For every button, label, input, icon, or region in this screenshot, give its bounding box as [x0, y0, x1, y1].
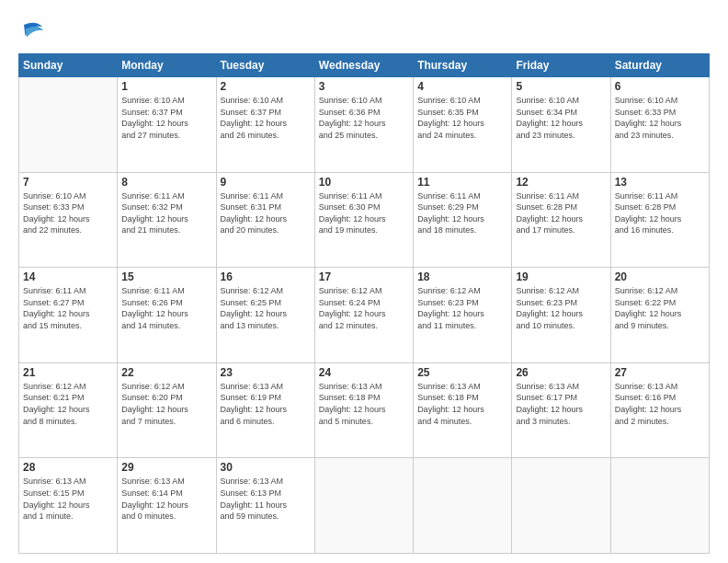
calendar-cell: 21Sunrise: 6:12 AM Sunset: 6:21 PM Dayli…: [19, 362, 118, 458]
day-number: 5: [516, 80, 606, 93]
day-number: 22: [121, 366, 211, 379]
day-number: 1: [121, 80, 211, 93]
calendar-cell: 13Sunrise: 6:11 AM Sunset: 6:28 PM Dayli…: [610, 172, 709, 268]
day-number: 23: [221, 366, 311, 379]
day-info: Sunrise: 6:12 AM Sunset: 6:22 PM Dayligh…: [615, 285, 705, 331]
header-row: SundayMondayTuesdayWednesdayThursdayFrid…: [19, 54, 710, 77]
calendar-cell: 30Sunrise: 6:13 AM Sunset: 6:13 PM Dayli…: [216, 458, 314, 554]
week-row-2: 7Sunrise: 6:10 AM Sunset: 6:33 PM Daylig…: [19, 172, 710, 268]
calendar-cell: 25Sunrise: 6:13 AM Sunset: 6:18 PM Dayli…: [414, 362, 512, 458]
day-number: 2: [221, 80, 311, 93]
day-number: 3: [319, 80, 409, 93]
calendar-cell: 24Sunrise: 6:13 AM Sunset: 6:18 PM Dayli…: [314, 362, 413, 458]
day-number: 17: [319, 270, 409, 283]
logo-icon: [18, 17, 46, 44]
day-number: 13: [615, 176, 705, 189]
calendar-cell: 3Sunrise: 6:10 AM Sunset: 6:36 PM Daylig…: [314, 77, 413, 173]
day-number: 11: [417, 176, 507, 189]
calendar-cell: 28Sunrise: 6:13 AM Sunset: 6:15 PM Dayli…: [19, 458, 118, 554]
page: SundayMondayTuesdayWednesdayThursdayFrid…: [0, 0, 728, 563]
day-info: Sunrise: 6:11 AM Sunset: 6:29 PM Dayligh…: [417, 190, 507, 236]
day-number: 29: [121, 461, 211, 474]
week-row-5: 28Sunrise: 6:13 AM Sunset: 6:15 PM Dayli…: [19, 458, 710, 554]
calendar-cell: 6Sunrise: 6:10 AM Sunset: 6:33 PM Daylig…: [610, 77, 709, 173]
calendar-cell: 12Sunrise: 6:11 AM Sunset: 6:28 PM Dayli…: [512, 172, 610, 268]
day-info: Sunrise: 6:13 AM Sunset: 6:19 PM Dayligh…: [221, 381, 311, 427]
calendar-cell: 23Sunrise: 6:13 AM Sunset: 6:19 PM Dayli…: [216, 362, 314, 458]
week-row-4: 21Sunrise: 6:12 AM Sunset: 6:21 PM Dayli…: [19, 362, 710, 458]
day-number: 28: [23, 461, 113, 474]
day-info: Sunrise: 6:11 AM Sunset: 6:26 PM Dayligh…: [121, 285, 211, 331]
day-info: Sunrise: 6:12 AM Sunset: 6:24 PM Dayligh…: [319, 285, 409, 331]
day-info: Sunrise: 6:13 AM Sunset: 6:15 PM Dayligh…: [23, 476, 113, 522]
day-info: Sunrise: 6:11 AM Sunset: 6:27 PM Dayligh…: [23, 285, 113, 331]
day-info: Sunrise: 6:10 AM Sunset: 6:35 PM Dayligh…: [417, 95, 507, 141]
day-number: 12: [516, 176, 606, 189]
calendar-cell: 18Sunrise: 6:12 AM Sunset: 6:23 PM Dayli…: [414, 268, 512, 363]
day-info: Sunrise: 6:13 AM Sunset: 6:18 PM Dayligh…: [417, 381, 507, 427]
calendar-cell: 29Sunrise: 6:13 AM Sunset: 6:14 PM Dayli…: [118, 458, 216, 554]
day-number: 15: [121, 270, 211, 283]
header: [18, 17, 710, 44]
day-info: Sunrise: 6:10 AM Sunset: 6:37 PM Dayligh…: [221, 95, 311, 141]
day-header-wednesday: Wednesday: [314, 54, 413, 77]
calendar-cell: 26Sunrise: 6:13 AM Sunset: 6:17 PM Dayli…: [512, 362, 610, 458]
calendar-cell: 15Sunrise: 6:11 AM Sunset: 6:26 PM Dayli…: [118, 268, 216, 363]
day-header-friday: Friday: [512, 54, 610, 77]
day-number: 27: [615, 366, 705, 379]
day-info: Sunrise: 6:13 AM Sunset: 6:18 PM Dayligh…: [319, 381, 409, 427]
day-number: 10: [319, 176, 409, 189]
calendar-cell: 27Sunrise: 6:13 AM Sunset: 6:16 PM Dayli…: [610, 362, 709, 458]
calendar-cell: 2Sunrise: 6:10 AM Sunset: 6:37 PM Daylig…: [216, 77, 314, 173]
day-header-thursday: Thursday: [414, 54, 512, 77]
calendar-cell: 16Sunrise: 6:12 AM Sunset: 6:25 PM Dayli…: [216, 268, 314, 363]
day-info: Sunrise: 6:13 AM Sunset: 6:14 PM Dayligh…: [121, 476, 211, 522]
calendar-cell: 22Sunrise: 6:12 AM Sunset: 6:20 PM Dayli…: [118, 362, 216, 458]
day-number: 20: [615, 270, 705, 283]
day-number: 9: [221, 176, 311, 189]
day-info: Sunrise: 6:13 AM Sunset: 6:16 PM Dayligh…: [615, 381, 705, 427]
day-info: Sunrise: 6:10 AM Sunset: 6:33 PM Dayligh…: [23, 190, 113, 236]
week-row-1: 1Sunrise: 6:10 AM Sunset: 6:37 PM Daylig…: [19, 77, 710, 173]
day-info: Sunrise: 6:12 AM Sunset: 6:20 PM Dayligh…: [121, 381, 211, 427]
calendar-cell: [314, 458, 413, 554]
day-number: 16: [221, 270, 311, 283]
calendar-cell: 4Sunrise: 6:10 AM Sunset: 6:35 PM Daylig…: [414, 77, 512, 173]
calendar-cell: 5Sunrise: 6:10 AM Sunset: 6:34 PM Daylig…: [512, 77, 610, 173]
day-info: Sunrise: 6:10 AM Sunset: 6:37 PM Dayligh…: [121, 95, 211, 141]
calendar-cell: 19Sunrise: 6:12 AM Sunset: 6:23 PM Dayli…: [512, 268, 610, 363]
day-info: Sunrise: 6:11 AM Sunset: 6:28 PM Dayligh…: [516, 190, 606, 236]
day-number: 19: [516, 270, 606, 283]
day-number: 14: [23, 270, 113, 283]
day-header-monday: Monday: [118, 54, 216, 77]
day-number: 21: [23, 366, 113, 379]
day-number: 6: [615, 80, 705, 93]
calendar-cell: 7Sunrise: 6:10 AM Sunset: 6:33 PM Daylig…: [19, 172, 118, 268]
calendar-cell: [414, 458, 512, 554]
calendar-cell: 17Sunrise: 6:12 AM Sunset: 6:24 PM Dayli…: [314, 268, 413, 363]
calendar-cell: 11Sunrise: 6:11 AM Sunset: 6:29 PM Dayli…: [414, 172, 512, 268]
day-number: 4: [417, 80, 507, 93]
day-info: Sunrise: 6:12 AM Sunset: 6:25 PM Dayligh…: [221, 285, 311, 331]
day-info: Sunrise: 6:13 AM Sunset: 6:13 PM Dayligh…: [221, 476, 311, 522]
day-header-tuesday: Tuesday: [216, 54, 314, 77]
day-number: 25: [417, 366, 507, 379]
day-info: Sunrise: 6:11 AM Sunset: 6:32 PM Dayligh…: [121, 190, 211, 236]
day-info: Sunrise: 6:11 AM Sunset: 6:28 PM Dayligh…: [615, 190, 705, 236]
calendar-cell: 20Sunrise: 6:12 AM Sunset: 6:22 PM Dayli…: [610, 268, 709, 363]
calendar-cell: [19, 77, 118, 173]
calendar-cell: [512, 458, 610, 554]
calendar-table: SundayMondayTuesdayWednesdayThursdayFrid…: [18, 53, 710, 554]
logo: [18, 17, 50, 44]
calendar-cell: 8Sunrise: 6:11 AM Sunset: 6:32 PM Daylig…: [118, 172, 216, 268]
day-info: Sunrise: 6:12 AM Sunset: 6:21 PM Dayligh…: [23, 381, 113, 427]
day-info: Sunrise: 6:11 AM Sunset: 6:31 PM Dayligh…: [221, 190, 311, 236]
day-info: Sunrise: 6:10 AM Sunset: 6:33 PM Dayligh…: [615, 95, 705, 141]
day-number: 26: [516, 366, 606, 379]
day-number: 18: [417, 270, 507, 283]
calendar-cell: 9Sunrise: 6:11 AM Sunset: 6:31 PM Daylig…: [216, 172, 314, 268]
day-number: 30: [221, 461, 311, 474]
day-info: Sunrise: 6:10 AM Sunset: 6:36 PM Dayligh…: [319, 95, 409, 141]
day-info: Sunrise: 6:12 AM Sunset: 6:23 PM Dayligh…: [417, 285, 507, 331]
day-number: 8: [121, 176, 211, 189]
